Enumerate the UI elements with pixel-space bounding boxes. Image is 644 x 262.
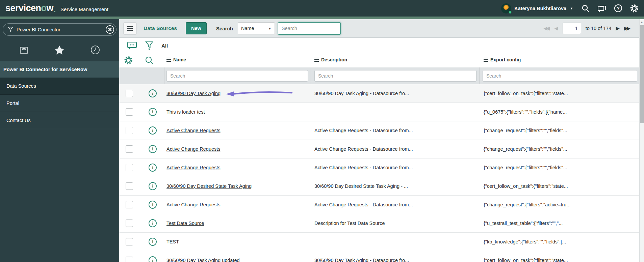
- info-icon[interactable]: i: [149, 201, 157, 209]
- info-icon[interactable]: i: [149, 164, 157, 172]
- search-field-select[interactable]: Name ▼: [238, 22, 275, 34]
- row-checkbox[interactable]: [126, 201, 133, 208]
- table-row: i Test Data Source Description for Test …: [119, 214, 639, 233]
- row-name-link[interactable]: Active Change Requests: [166, 196, 221, 214]
- row-checkbox[interactable]: [126, 90, 133, 97]
- logo-o-mark: o: [41, 3, 47, 13]
- list-context-menu-button[interactable]: [123, 22, 137, 35]
- list-search-input[interactable]: [278, 22, 341, 35]
- name-column-search-input[interactable]: [166, 70, 308, 82]
- row-name-link[interactable]: 30/60/90 Day Task Aging: [166, 84, 221, 103]
- info-icon[interactable]: i: [149, 126, 157, 135]
- sidebar-item-contact-us[interactable]: Contact Us: [0, 112, 119, 129]
- description-column-search-input[interactable]: [314, 70, 476, 82]
- row-name-link[interactable]: 30/60/90 Day Desired State Task Aging: [166, 177, 252, 196]
- next-page-button[interactable]: ▶: [616, 25, 620, 31]
- info-icon[interactable]: i: [149, 256, 157, 262]
- table-row: i Active Change Requests Active Change R…: [119, 158, 639, 177]
- row-name-link[interactable]: Active Change Requests: [166, 158, 221, 177]
- header-accent-strip: [0, 17, 644, 19]
- row-checkbox[interactable]: [126, 127, 133, 134]
- servicenow-app: servicenow Service Management Kateryna B…: [0, 0, 644, 262]
- row-checkbox[interactable]: [126, 257, 133, 262]
- row-checkbox[interactable]: [126, 220, 133, 227]
- gear-icon[interactable]: [630, 4, 639, 13]
- export-config-column-search-input[interactable]: [483, 70, 637, 82]
- column-search-toggle-icon[interactable]: [145, 56, 154, 65]
- row-description: Description for Test Data Source: [314, 214, 385, 233]
- help-icon[interactable]: ?: [614, 4, 622, 13]
- application-navigator: Power BI Connector for ServiceNow Data S…: [0, 19, 119, 262]
- favorites-tab[interactable]: [49, 45, 70, 55]
- connect-chat-icon[interactable]: [597, 4, 606, 13]
- breadcrumb: All: [119, 38, 639, 53]
- breadcrumb-all[interactable]: All: [161, 43, 168, 49]
- pagination: ◀◀ ◀ to 10 of 174 ▶ ▶▶: [543, 23, 630, 34]
- first-page-button[interactable]: ◀◀: [543, 25, 550, 31]
- info-icon[interactable]: i: [149, 219, 157, 227]
- list-chat-icon[interactable]: [127, 41, 137, 50]
- list-title[interactable]: Data Sources: [144, 25, 177, 31]
- navigator-filter-box[interactable]: [3, 23, 117, 36]
- servicenow-logo[interactable]: servicenow: [5, 3, 55, 13]
- application-title[interactable]: Power BI Connector for ServiceNow: [0, 61, 119, 78]
- row-description: Active Change Requests - Datasource from…: [314, 196, 413, 214]
- row-name-link[interactable]: This is loader test: [166, 103, 205, 121]
- column-menu-icon: [166, 58, 171, 62]
- row-export-config: {"kb_knowledge":{"filters":"","fields":[…: [484, 233, 566, 251]
- all-applications-tab[interactable]: [14, 46, 34, 54]
- sidebar-item-portal[interactable]: Portal: [0, 95, 119, 112]
- row-export-config: {"cert_follow_on_task":{"filters":"state…: [484, 84, 568, 103]
- info-icon[interactable]: i: [149, 108, 157, 116]
- table-row: i Active Change Requests Active Change R…: [119, 196, 639, 214]
- row-export-config: {"change_request":{"filters":"","fields"…: [484, 140, 567, 158]
- column-header-description[interactable]: Description: [314, 57, 347, 62]
- row-name-link[interactable]: TEST: [166, 233, 179, 251]
- scrollbar-thumb[interactable]: [640, 25, 644, 123]
- sidebar-item-data-sources[interactable]: Data Sources: [0, 78, 119, 95]
- row-name-link[interactable]: Active Change Requests: [166, 140, 221, 158]
- column-menu-icon: [314, 58, 319, 62]
- list-main-area: Data Sources New Search Name ▼ ◀◀ ◀ to 1…: [119, 19, 639, 262]
- info-icon[interactable]: i: [149, 238, 157, 246]
- table-row: i Active Change Requests Active Change R…: [119, 121, 639, 140]
- row-checkbox[interactable]: [126, 145, 133, 153]
- user-menu[interactable]: Kateryna Bukhtiiarova ▼: [501, 3, 573, 13]
- logo-text: servicen: [5, 3, 41, 13]
- row-name-link[interactable]: Test Data Source: [166, 214, 204, 233]
- row-checkbox[interactable]: [126, 182, 133, 190]
- personalize-list-gear-icon[interactable]: [124, 56, 133, 65]
- info-icon[interactable]: i: [149, 89, 157, 97]
- global-search-icon[interactable]: [581, 4, 590, 13]
- new-record-button[interactable]: New: [186, 22, 207, 34]
- column-header-name[interactable]: Name: [166, 57, 186, 62]
- row-name-link[interactable]: Active Change Requests: [166, 121, 221, 140]
- row-description: 30/60/90 Day Task Aging - Datasource fro…: [314, 251, 409, 262]
- current-page-input[interactable]: [563, 23, 581, 34]
- filter-builder-icon[interactable]: [145, 41, 153, 50]
- info-icon[interactable]: i: [149, 145, 157, 153]
- row-export-config: {"change_request":{"filters":"","fields"…: [484, 121, 567, 140]
- history-tab[interactable]: [85, 45, 105, 55]
- clear-filter-icon[interactable]: [105, 25, 114, 34]
- table-body: i 30/60/90 Day Task Aging 30/60/90 Day T…: [119, 84, 639, 262]
- row-checkbox[interactable]: [126, 238, 133, 245]
- last-page-button[interactable]: ▶▶: [624, 25, 630, 31]
- previous-page-button[interactable]: ◀: [554, 25, 558, 31]
- row-export-config: {"change_request":{"filters":"","fields"…: [484, 158, 567, 177]
- svg-text:?: ?: [617, 6, 620, 11]
- vertical-scrollbar[interactable]: ▲: [639, 19, 644, 262]
- row-checkbox[interactable]: [126, 108, 133, 116]
- info-icon[interactable]: i: [149, 182, 157, 190]
- navigator-tabs: [0, 45, 119, 55]
- top-header-bar: servicenow Service Management Kateryna B…: [0, 0, 644, 17]
- row-checkbox[interactable]: [126, 164, 133, 171]
- row-export-config: {"change_request":{"filters":"active=tru…: [484, 196, 570, 214]
- navigator-filter-input[interactable]: [17, 27, 105, 32]
- archive-box-icon: [19, 46, 29, 54]
- column-header-export-config[interactable]: Export config: [484, 57, 521, 62]
- row-name-link[interactable]: 30/60/90 Day Task Aging updated: [166, 251, 240, 262]
- column-search-row: [119, 67, 639, 84]
- scroll-up-arrow[interactable]: ▲: [640, 19, 644, 25]
- column-menu-icon: [484, 58, 488, 62]
